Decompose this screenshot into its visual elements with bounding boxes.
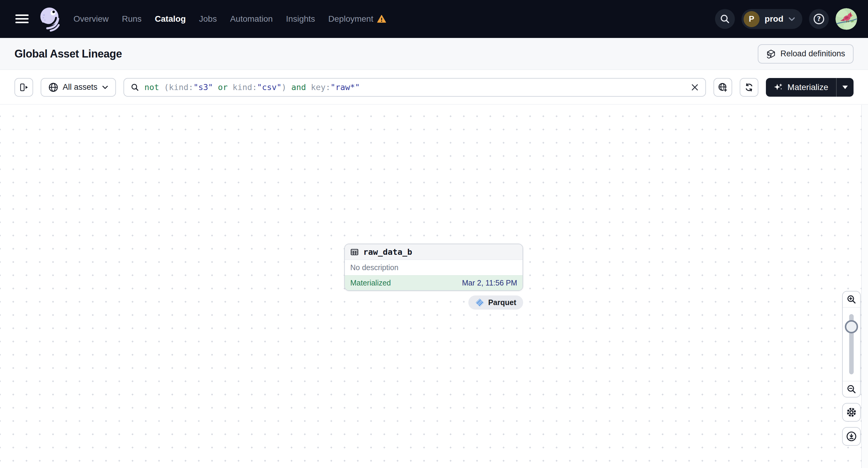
asset-search-query: not (kind:"s3" or kind:"csv") and key:"r… bbox=[145, 83, 685, 92]
lineage-toolbar: All assets not (kind:"s3" or kind:"csv")… bbox=[0, 70, 868, 104]
asset-materialized-timestamp: Mar 2, 11:56 PM bbox=[462, 279, 517, 287]
materialize-options-button[interactable] bbox=[837, 78, 854, 97]
nav-links: Overview Runs Catalog Jobs Automation In… bbox=[73, 14, 386, 24]
top-navbar: Overview Runs Catalog Jobs Automation In… bbox=[0, 0, 868, 38]
download-icon bbox=[846, 431, 857, 441]
page-header: Global Asset Lineage Reload definitions bbox=[0, 38, 868, 70]
view-controls bbox=[842, 291, 861, 446]
environment-name: prod bbox=[765, 14, 783, 24]
parquet-logo-icon bbox=[475, 298, 484, 307]
user-avatar[interactable] bbox=[835, 8, 857, 30]
asset-kind-tag-label: Parquet bbox=[488, 298, 516, 307]
zoom-in-icon bbox=[847, 294, 856, 304]
zoom-out-button[interactable] bbox=[843, 381, 860, 397]
canvas-right-gutter bbox=[861, 105, 868, 468]
help-button[interactable]: ? bbox=[809, 9, 829, 29]
search-icon bbox=[720, 14, 730, 24]
query-segment: ) bbox=[282, 83, 291, 92]
lineage-canvas[interactable]: raw_data_b No description Materialized M… bbox=[0, 105, 868, 468]
materialize-split-button: Materialize bbox=[766, 78, 854, 97]
refresh-icon bbox=[744, 83, 754, 92]
query-segment: "raw*" bbox=[331, 83, 360, 92]
asset-search-input[interactable]: not (kind:"s3" or kind:"csv") and key:"r… bbox=[123, 78, 706, 97]
hamburger-menu-button[interactable] bbox=[12, 9, 32, 29]
materialize-label: Materialize bbox=[787, 83, 828, 92]
warning-triangle-icon bbox=[377, 15, 386, 23]
asset-status-row: Materialized Mar 2, 11:56 PM bbox=[345, 275, 523, 290]
zoom-in-button[interactable] bbox=[843, 291, 860, 307]
nav-item-overview[interactable]: Overview bbox=[73, 14, 109, 24]
sparkles-icon bbox=[774, 83, 783, 92]
zoom-out-icon bbox=[847, 384, 856, 394]
navbar-left: Overview Runs Catalog Jobs Automation In… bbox=[12, 6, 386, 32]
zoom-slider[interactable] bbox=[843, 307, 860, 381]
nav-item-automation[interactable]: Automation bbox=[230, 14, 273, 24]
asset-kind-tag-parquet[interactable]: Parquet bbox=[468, 295, 523, 310]
dagster-logo[interactable] bbox=[37, 6, 61, 32]
environment-initial-badge: P bbox=[744, 11, 760, 27]
asset-name: raw_data_b bbox=[363, 247, 412, 257]
search-icon bbox=[131, 83, 139, 92]
asset-description: No description bbox=[345, 260, 523, 275]
query-segment: "s3" bbox=[193, 83, 213, 92]
help-icon: ? bbox=[813, 13, 825, 25]
svg-text:?: ? bbox=[817, 15, 821, 23]
global-search-button[interactable] bbox=[715, 9, 735, 29]
table-icon bbox=[350, 248, 359, 256]
environment-switcher[interactable]: P prod bbox=[742, 9, 802, 29]
nav-item-deployment[interactable]: Deployment bbox=[328, 14, 386, 24]
bird-avatar-image bbox=[835, 8, 857, 30]
nav-item-jobs[interactable]: Jobs bbox=[199, 14, 217, 24]
open-sidebar-panel-button[interactable] bbox=[14, 78, 33, 97]
asset-node-header: raw_data_b bbox=[345, 244, 523, 260]
lineage-settings-button[interactable] bbox=[842, 403, 861, 422]
panel-expand-icon bbox=[19, 83, 29, 92]
query-segment: and bbox=[291, 83, 311, 92]
nav-item-catalog[interactable]: Catalog bbox=[155, 14, 186, 24]
query-segment: key: bbox=[311, 83, 331, 92]
chevron-down-icon bbox=[788, 17, 795, 21]
asset-status-badge: Materialized bbox=[350, 279, 391, 287]
reload-definitions-label: Reload definitions bbox=[780, 49, 845, 58]
download-image-button[interactable] bbox=[842, 427, 861, 446]
chevron-down-icon bbox=[102, 85, 108, 89]
page-title: Global Asset Lineage bbox=[14, 48, 122, 60]
nav-item-runs[interactable]: Runs bbox=[122, 14, 142, 24]
dagster-octopus-icon bbox=[37, 6, 61, 32]
add-selection-scope-button[interactable] bbox=[713, 78, 732, 97]
globe-plus-icon bbox=[718, 83, 727, 92]
nav-item-deployment-label: Deployment bbox=[328, 14, 373, 24]
query-segment: kind: bbox=[232, 83, 257, 92]
zoom-control-group bbox=[842, 291, 861, 398]
close-icon bbox=[691, 84, 699, 91]
query-segment: not bbox=[145, 83, 164, 92]
hamburger-icon bbox=[16, 14, 29, 24]
reload-definitions-icon bbox=[766, 49, 776, 59]
zoom-slider-handle[interactable] bbox=[845, 320, 858, 333]
query-segment: or bbox=[213, 83, 232, 92]
refresh-graph-button[interactable] bbox=[740, 78, 758, 97]
reload-definitions-button[interactable]: Reload definitions bbox=[758, 44, 854, 64]
materialize-button[interactable]: Materialize bbox=[766, 78, 836, 97]
navbar-right: P prod ? bbox=[715, 8, 857, 30]
caret-down-icon bbox=[842, 86, 848, 89]
asset-scope-dropdown[interactable]: All assets bbox=[41, 78, 116, 97]
nav-item-insights[interactable]: Insights bbox=[286, 14, 315, 24]
query-segment: "csv" bbox=[257, 83, 281, 92]
clear-search-button[interactable] bbox=[691, 84, 699, 91]
gear-icon bbox=[846, 407, 857, 417]
query-segment: (kind: bbox=[164, 83, 194, 92]
globe-icon bbox=[49, 83, 58, 92]
asset-node-raw-data-b[interactable]: raw_data_b No description Materialized M… bbox=[344, 244, 523, 291]
asset-scope-label: All assets bbox=[63, 83, 98, 92]
